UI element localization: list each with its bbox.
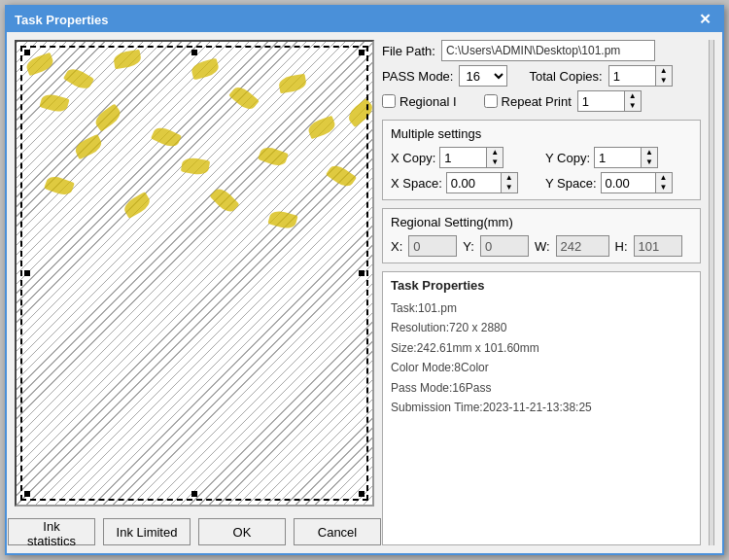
x-copy-row: X Copy: ▲ ▼ <box>391 147 538 168</box>
multiple-settings-section: Multiple settings X Copy: ▲ ▼ Y <box>382 120 701 200</box>
w-coord-input[interactable] <box>556 235 609 257</box>
file-path-input[interactable] <box>441 40 655 61</box>
repeat-print-checkbox-group: Repeat Print <box>484 94 572 109</box>
y-coord-input[interactable] <box>480 235 529 257</box>
x-space-up[interactable]: ▲ <box>502 173 517 183</box>
pass-mode-row: PASS Mode: 8 16 32 64 Total Copies: ▲ ▼ <box>382 65 701 87</box>
repeat-print-up[interactable]: ▲ <box>625 91 641 101</box>
x-copy-spinner: ▲ ▼ <box>439 147 503 168</box>
task-info-line: Pass Mode:16Pass <box>391 378 692 398</box>
preview-area <box>15 40 374 507</box>
handle-mid-left[interactable] <box>24 270 30 276</box>
selection-border <box>20 46 368 501</box>
x-space-row: X Space: ▲ ▼ <box>391 172 538 193</box>
y-copy-row: Y Copy: ▲ ▼ <box>545 147 692 168</box>
h-coord-input[interactable] <box>634 235 682 257</box>
y-space-up[interactable]: ▲ <box>656 173 672 183</box>
w-coord-label: W: <box>535 239 550 254</box>
x-coord-label: X: <box>391 239 402 254</box>
y-copy-arrows: ▲ ▼ <box>641 147 658 168</box>
x-space-label: X Space: <box>391 176 442 191</box>
task-info-line: Task:101.pm <box>391 298 692 318</box>
x-coord-input[interactable] <box>408 235 457 257</box>
repeat-print-down[interactable]: ▼ <box>625 101 641 111</box>
dialog-title: Task Properties <box>15 13 109 27</box>
multiple-settings-title: Multiple settings <box>391 126 692 141</box>
x-space-down[interactable]: ▼ <box>502 183 517 192</box>
dialog-body: Ink statistics Ink Limited OK Cancel Fil… <box>7 32 722 553</box>
pass-mode-select[interactable]: 8 16 32 64 <box>459 65 507 87</box>
multiple-settings-grid: X Copy: ▲ ▼ Y Copy: <box>391 147 692 193</box>
task-info-line: Color Mode:8Color <box>391 358 692 377</box>
h-coord-label: H: <box>615 239 628 254</box>
x-space-spinner: ▲ ▼ <box>446 172 518 193</box>
task-properties-title: Task Properties <box>391 278 692 293</box>
x-copy-up[interactable]: ▲ <box>487 148 503 158</box>
ink-limited-button[interactable]: Ink Limited <box>103 518 191 545</box>
total-copies-label: Total Copies: <box>529 69 602 84</box>
handle-bottom-right[interactable] <box>359 491 364 497</box>
x-space-input[interactable] <box>446 172 501 193</box>
handle-top-left[interactable] <box>24 50 30 55</box>
y-copy-spinner: ▲ ▼ <box>594 147 658 168</box>
y-copy-input[interactable] <box>594 147 641 168</box>
task-info-line: Submission Time:2023-11-21-13:38:25 <box>391 398 692 417</box>
file-path-label: File Path: <box>382 44 435 58</box>
task-properties-dialog: Task Properties ✕ <box>5 5 724 555</box>
y-copy-up[interactable]: ▲ <box>642 148 657 158</box>
right-panel: File Path: PASS Mode: 8 16 32 64 Total C… <box>382 40 701 545</box>
regional-checkbox[interactable] <box>382 94 396 108</box>
scroll-handle[interactable] <box>709 40 714 545</box>
task-info-line: Resolution:720 x 2880 <box>391 318 692 337</box>
total-copies-arrows: ▲ ▼ <box>655 65 673 87</box>
total-copies-down[interactable]: ▼ <box>656 76 672 86</box>
regional-coord-row: X: Y: W: H: <box>391 235 692 257</box>
regional-setting-section: Regional Setting(mm) X: Y: W: H: <box>382 208 701 263</box>
task-info-line: Size:242.61mm x 101.60mm <box>391 338 692 358</box>
repeat-print-spinner: ▲ ▼ <box>577 90 642 112</box>
handle-bottom-left[interactable] <box>24 491 30 497</box>
regional-setting-title: Regional Setting(mm) <box>391 215 692 229</box>
cancel-button[interactable]: Cancel <box>294 518 381 545</box>
file-path-row: File Path: <box>382 40 701 61</box>
left-panel: Ink statistics Ink Limited OK Cancel <box>15 40 374 545</box>
x-space-arrows: ▲ ▼ <box>501 172 518 193</box>
total-copies-spinner: ▲ ▼ <box>608 65 673 87</box>
x-copy-label: X Copy: <box>391 151 435 165</box>
y-space-label: Y Space: <box>545 176 597 191</box>
ok-button[interactable]: OK <box>198 518 286 545</box>
regional-checkbox-group: Regional I <box>382 94 457 109</box>
task-properties-box: Task Properties Task:101.pmResolution:72… <box>382 271 701 545</box>
pass-mode-label: PASS Mode: <box>382 69 453 84</box>
title-bar: Task Properties ✕ <box>7 7 722 32</box>
repeat-print-arrows: ▲ ▼ <box>624 90 642 112</box>
y-space-down[interactable]: ▼ <box>656 183 672 192</box>
y-space-row: Y Space: ▲ ▼ <box>545 172 692 193</box>
y-space-input[interactable] <box>601 172 655 193</box>
regional-label: Regional I <box>399 94 457 109</box>
total-copies-input[interactable] <box>608 65 655 87</box>
x-copy-input[interactable] <box>439 147 486 168</box>
ink-statistics-button[interactable]: Ink statistics <box>8 518 95 545</box>
preview-canvas <box>17 42 372 505</box>
y-copy-label: Y Copy: <box>545 151 590 165</box>
regional-row: Regional I Repeat Print ▲ ▼ <box>382 90 701 112</box>
handle-top-right[interactable] <box>359 50 364 55</box>
x-copy-down[interactable]: ▼ <box>487 158 503 167</box>
repeat-print-input[interactable] <box>577 90 624 112</box>
close-button[interactable]: ✕ <box>695 10 714 29</box>
handle-top-mid[interactable] <box>191 50 197 55</box>
total-copies-up[interactable]: ▲ <box>656 66 672 76</box>
y-coord-label: Y: <box>463 239 474 254</box>
repeat-print-checkbox[interactable] <box>484 94 498 108</box>
handle-bottom-mid[interactable] <box>191 491 197 497</box>
handle-mid-right[interactable] <box>359 270 364 276</box>
y-space-arrows: ▲ ▼ <box>655 172 673 193</box>
y-copy-down[interactable]: ▼ <box>642 158 657 167</box>
bottom-buttons: Ink statistics Ink Limited OK Cancel <box>15 514 374 545</box>
y-space-spinner: ▲ ▼ <box>601 172 673 193</box>
x-copy-arrows: ▲ ▼ <box>486 147 503 168</box>
repeat-print-label: Repeat Print <box>502 94 572 109</box>
task-info: Task:101.pmResolution:720 x 2880Size:242… <box>391 298 692 417</box>
